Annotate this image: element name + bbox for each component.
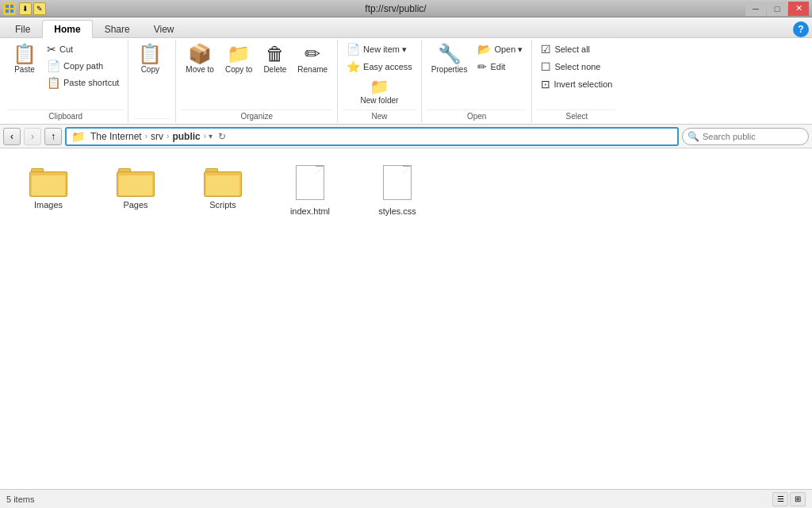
move-to-label: Move to bbox=[186, 65, 214, 75]
edit-icon: ✏ bbox=[477, 60, 487, 73]
folder-scripts[interactable]: Scripts bbox=[187, 161, 259, 220]
folder-icon-images bbox=[29, 165, 67, 197]
breadcrumb-sep-1: › bbox=[145, 132, 147, 140]
copy-path-button[interactable]: 📄 Copy path bbox=[43, 58, 123, 74]
new-folder-label: New folder bbox=[361, 96, 399, 106]
close-button[interactable]: ✕ bbox=[788, 2, 809, 16]
up-button[interactable]: ↑ bbox=[44, 128, 62, 145]
folder-scripts-label: Scripts bbox=[209, 200, 236, 210]
view-buttons: ☰ ⊞ bbox=[772, 492, 806, 506]
svg-rect-1 bbox=[10, 5, 13, 8]
title-bar: ⬇ ✎ ftp://srv/public/ ─ □ ✕ bbox=[0, 0, 812, 17]
rename-button[interactable]: ✏ Rename bbox=[293, 41, 332, 78]
new-folder-button[interactable]: 📁 New folder bbox=[343, 76, 416, 108]
folder-icon-scripts bbox=[204, 165, 242, 197]
help-button[interactable]: ? bbox=[793, 21, 809, 37]
copy-path-label: Copy path bbox=[63, 61, 103, 71]
folder-pages-label: Pages bbox=[123, 200, 147, 210]
edit-button[interactable]: ✏ Edit bbox=[473, 59, 527, 75]
paste-shortcut-label: Paste shortcut bbox=[63, 78, 119, 87]
copy-group-content: 📋 Copy bbox=[133, 41, 170, 117]
paste-icon: 📋 bbox=[13, 44, 36, 64]
status-bar: 5 items ☰ ⊞ bbox=[0, 489, 812, 508]
clipboard-small-buttons: ✂ Cut 📄 Copy path 📋 Paste shortcut bbox=[43, 41, 123, 90]
large-icons-view-button[interactable]: ⊞ bbox=[790, 492, 806, 506]
tab-view[interactable]: View bbox=[142, 20, 186, 37]
copy-to-button[interactable]: 📁 Copy to bbox=[220, 41, 257, 78]
search-bar-icon: 🔍 bbox=[688, 131, 699, 142]
address-bar[interactable]: 📁 The Internet › srv › public › ▾ ↻ bbox=[65, 127, 679, 146]
copy-group: 📋 Copy bbox=[128, 40, 176, 122]
file-styles-css[interactable]: styles.css bbox=[362, 161, 433, 220]
select-all-button[interactable]: ☑ Select all bbox=[537, 41, 616, 57]
paste-label: Paste bbox=[14, 65, 35, 75]
rename-label: Rename bbox=[297, 65, 327, 75]
breadcrumb: The Internet › srv › public › bbox=[88, 130, 207, 143]
breadcrumb-public[interactable]: public bbox=[170, 130, 202, 143]
breadcrumb-the-internet[interactable]: The Internet bbox=[88, 130, 144, 143]
tab-home[interactable]: Home bbox=[42, 20, 92, 38]
properties-icon: 🔧 bbox=[438, 44, 462, 64]
search-bar: 🔍 bbox=[682, 128, 809, 145]
easy-access-label: Easy access bbox=[363, 62, 412, 71]
delete-icon: 🗑 bbox=[266, 44, 285, 64]
main-window: ⬇ ✎ ftp://srv/public/ ─ □ ✕ File Home Sh… bbox=[0, 0, 812, 508]
folder-pages[interactable]: Pages bbox=[100, 161, 171, 220]
paste-button[interactable]: 📋 Paste bbox=[8, 41, 41, 78]
select-all-icon: ☑ bbox=[541, 43, 551, 56]
paste-shortcut-button[interactable]: 📋 Paste shortcut bbox=[43, 75, 123, 90]
address-refresh-button[interactable]: ↻ bbox=[214, 129, 230, 144]
svg-rect-0 bbox=[6, 5, 9, 8]
move-to-button[interactable]: 📦 Move to bbox=[181, 41, 219, 78]
breadcrumb-srv[interactable]: srv bbox=[148, 130, 166, 143]
quick-access-icon-2[interactable]: ✎ bbox=[33, 2, 46, 15]
folder-icon-pages bbox=[117, 165, 155, 197]
open-label: Open bbox=[427, 110, 527, 121]
delete-button[interactable]: 🗑 Delete bbox=[259, 41, 291, 78]
svg-rect-3 bbox=[10, 10, 13, 13]
invert-selection-button[interactable]: ⊡ Invert selection bbox=[537, 76, 616, 92]
organize-group: 📦 Move to 📁 Copy to 🗑 Delete ✏ Rename Or… bbox=[176, 40, 338, 122]
open-icon: 📂 bbox=[477, 43, 491, 56]
clipboard-group: 📋 Paste ✂ Cut 📄 Copy path 📋 Paste shortc… bbox=[3, 40, 128, 122]
edit-label: Edit bbox=[490, 62, 505, 71]
title-bar-left: ⬇ ✎ bbox=[3, 2, 46, 15]
address-dropdown-button[interactable]: ▾ bbox=[207, 132, 214, 140]
new-item-button[interactable]: 📄 New item ▾ bbox=[343, 41, 416, 57]
window-controls: ─ □ ✕ bbox=[745, 2, 809, 16]
copy-to-label: Copy to bbox=[225, 65, 252, 75]
window-icon bbox=[3, 2, 16, 15]
cut-icon: ✂ bbox=[47, 43, 56, 56]
search-input[interactable] bbox=[703, 132, 812, 141]
invert-selection-icon: ⊡ bbox=[541, 78, 550, 90]
svg-rect-2 bbox=[6, 10, 9, 13]
open-button[interactable]: 📂 Open ▾ bbox=[473, 41, 527, 57]
file-index-html[interactable]: index.html bbox=[274, 161, 346, 220]
file-styles-css-label: styles.css bbox=[378, 206, 416, 216]
new-group: 📄 New item ▾ ⭐ Easy access 📁 New folder … bbox=[338, 40, 422, 122]
copy-to-icon: 📁 bbox=[227, 44, 251, 64]
easy-access-button[interactable]: ⭐ Easy access bbox=[343, 59, 416, 75]
folder-images-label: Images bbox=[34, 200, 63, 210]
forward-button[interactable]: › bbox=[24, 128, 41, 145]
folder-images[interactable]: Images bbox=[13, 161, 84, 220]
select-group: ☑ Select all ☐ Select none ⊡ Invert sele… bbox=[532, 40, 621, 122]
tab-share[interactable]: Share bbox=[93, 20, 142, 37]
tab-file[interactable]: File bbox=[3, 20, 42, 37]
paste-shortcut-icon: 📋 bbox=[47, 76, 60, 89]
breadcrumb-root-icon: 📁 bbox=[71, 130, 85, 143]
copy-button[interactable]: 📋 Copy bbox=[133, 41, 167, 78]
quick-access-icon-1[interactable]: ⬇ bbox=[19, 2, 32, 15]
back-button[interactable]: ‹ bbox=[3, 128, 21, 145]
move-to-icon: 📦 bbox=[188, 44, 212, 64]
easy-access-icon: ⭐ bbox=[347, 60, 360, 73]
organize-group-content: 📦 Move to 📁 Copy to 🗑 Delete ✏ Rename bbox=[181, 41, 332, 108]
details-view-button[interactable]: ☰ bbox=[772, 492, 788, 506]
select-none-icon: ☐ bbox=[541, 60, 551, 73]
select-none-button[interactable]: ☐ Select none bbox=[537, 59, 616, 75]
maximize-button[interactable]: □ bbox=[767, 2, 787, 16]
properties-button[interactable]: 🔧 Properties bbox=[427, 41, 473, 78]
cut-button[interactable]: ✂ Cut bbox=[43, 41, 123, 57]
copy-group-label bbox=[133, 118, 170, 121]
minimize-button[interactable]: ─ bbox=[745, 2, 766, 16]
